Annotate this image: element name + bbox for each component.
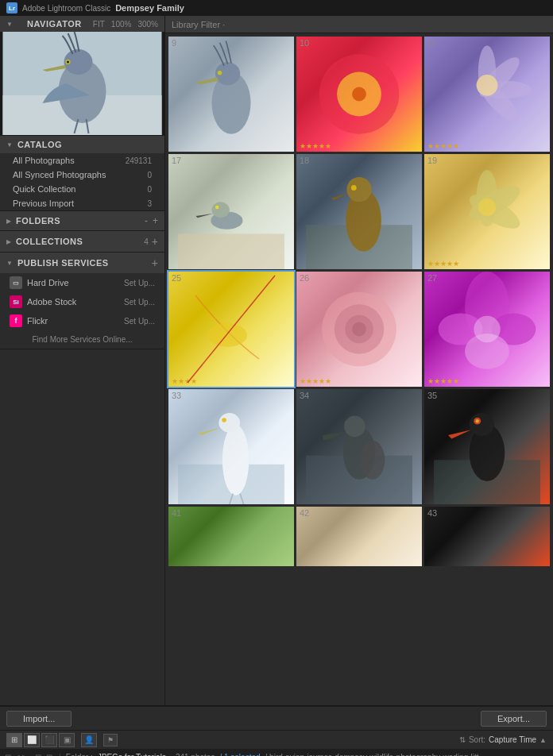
svg-point-36 xyxy=(352,322,366,337)
photo-18[interactable]: 18 xyxy=(296,154,422,269)
find-services-link[interactable]: Find More Services Online... xyxy=(0,330,164,349)
sort-value[interactable]: Capture Time xyxy=(489,735,536,744)
photo-9[interactable]: 9 xyxy=(168,37,294,152)
pelicans-svg xyxy=(296,389,422,504)
filter-label: Library Filter · xyxy=(172,20,225,29)
catalog-item-synced[interactable]: All Synced Photographs 0 xyxy=(0,168,164,182)
svg-point-41 xyxy=(474,316,500,342)
file-path: / bird-avian-jaymes-dempsey-wildlife-pho… xyxy=(265,753,488,757)
svg-point-5 xyxy=(67,61,69,64)
service-hard-drive[interactable]: ▭ Hard Drive Set Up... xyxy=(0,273,164,292)
sort-arrow[interactable]: ▲ xyxy=(539,736,547,744)
svg-point-25 xyxy=(346,177,371,202)
loupe-view-icon[interactable]: ⬜ xyxy=(24,733,40,747)
photo-33[interactable]: 33 xyxy=(168,389,294,504)
prev-import-count: 3 xyxy=(147,199,152,208)
all-photos-label: All Photographs xyxy=(13,156,126,165)
grid-view-icon[interactable]: ⊞ xyxy=(6,733,22,747)
photos-row-3: 25 ★★★★ 26 ★★★★ xyxy=(168,272,550,387)
svg-point-43 xyxy=(222,425,249,496)
svg-rect-19 xyxy=(178,233,284,269)
hard-drive-name: Hard Drive xyxy=(27,278,124,287)
navigator-section: ▼ Navigator FIT 100% 300% xyxy=(0,16,164,136)
synced-count: 0 xyxy=(147,171,152,179)
import-button[interactable]: Import... xyxy=(6,711,72,727)
photo-26[interactable]: 26 ★★★★★ xyxy=(296,272,422,387)
synced-label: All Synced Photographs xyxy=(13,170,147,179)
folders-add-icon[interactable]: + xyxy=(153,215,158,226)
collections-section: ▶ Collections 4 + xyxy=(0,231,164,253)
main-layout: ▼ Navigator FIT 100% 300% xyxy=(0,16,553,705)
rose-svg xyxy=(296,272,422,387)
photo-27[interactable]: 27 ★★★★★ xyxy=(424,272,550,387)
oystercatcher-svg xyxy=(424,389,550,504)
grid-row-3: 25 ★★★★ 26 ★★★★ xyxy=(168,272,550,387)
top-bar: Lr Adobe Lightroom Classic Dempsey Famil… xyxy=(0,0,553,16)
grid-icon-1[interactable]: ⊡ xyxy=(33,753,43,757)
photo-11[interactable]: 11 ★★★★★ xyxy=(424,37,550,152)
adobe-stock-setup[interactable]: Set Up... xyxy=(124,298,155,307)
catalog-label: Catalog xyxy=(17,140,62,149)
grid-toggle[interactable]: ⊞ xyxy=(5,753,11,757)
right-panel: Library Filter · 9 xyxy=(165,16,553,705)
flag-icon[interactable]: ⚑ xyxy=(103,734,118,746)
family-name: Dempsey Family xyxy=(115,3,184,13)
photo-25[interactable]: 25 ★★★★ xyxy=(168,272,294,387)
collections-add-icon[interactable]: + xyxy=(152,235,158,248)
nav-forward[interactable]: ▷ xyxy=(22,753,29,757)
catalog-item-all[interactable]: All Photographs 249131 xyxy=(0,153,164,168)
photo-grid[interactable]: 9 10 xyxy=(165,33,553,705)
nav-back[interactable]: ◁ xyxy=(14,753,20,757)
catalog-header[interactable]: ▼ Catalog xyxy=(0,136,164,153)
catalog-item-previous[interactable]: Previous Import 3 xyxy=(0,196,164,210)
survey-view-icon[interactable]: ▣ xyxy=(59,733,75,747)
photo-19[interactable]: 19 ★★★★★ xyxy=(424,154,550,269)
service-flickr[interactable]: f Flickr Set Up... xyxy=(0,311,164,330)
photo-41[interactable]: 41 xyxy=(168,507,294,566)
grid-row-1: 9 10 xyxy=(168,37,550,152)
sort-bar: ⊞ ⬜ ⬛ ▣ 👤 ⚑ ⇅ Sort: Capture Time ▲ xyxy=(0,730,553,749)
sort-icon[interactable]: ⇅ xyxy=(459,735,466,744)
photo-34[interactable]: 34 xyxy=(296,389,422,504)
svg-point-51 xyxy=(360,441,385,480)
photo-35[interactable]: 35 xyxy=(424,389,550,504)
bottom-section: Import... Export... ⊞ ⬜ ⬛ ▣ 👤 ⚑ ⇅ Sort: … xyxy=(0,705,553,756)
photo-10[interactable]: 10 ★★★★★ xyxy=(296,37,422,152)
adobe-stock-icon: Si xyxy=(10,295,22,308)
app-icon: Lr xyxy=(6,2,17,14)
publish-triangle: ▼ xyxy=(6,260,13,267)
folder-label: Folder : xyxy=(66,753,93,757)
collections-header[interactable]: ▶ Collections 4 + xyxy=(0,231,164,252)
navigator-header[interactable]: ▼ Navigator FIT 100% 300% xyxy=(0,16,164,32)
fit-zoom[interactable]: FIT xyxy=(93,20,105,29)
photo-43[interactable]: 43 xyxy=(424,507,550,566)
folder-path[interactable]: JPEGs for Tutorials xyxy=(98,753,166,757)
quick-collection-count: 0 xyxy=(147,185,152,194)
export-button[interactable]: Export... xyxy=(481,711,547,727)
catalog-item-quick[interactable]: Quick Collection 0 xyxy=(0,182,164,196)
photo-42[interactable]: 42 xyxy=(296,507,422,566)
folders-header[interactable]: ▶ Folders - + xyxy=(0,211,164,230)
navigator-image xyxy=(0,32,164,135)
flag-icons: ⚑ xyxy=(103,734,118,746)
collections-triangle: ▶ xyxy=(6,238,11,245)
grid-icon-2[interactable]: ⊞ xyxy=(44,753,54,757)
publish-add-icon[interactable]: + xyxy=(152,256,158,269)
flickr-setup[interactable]: Set Up... xyxy=(124,317,155,326)
zoom-300[interactable]: 300% xyxy=(137,20,158,29)
publish-header[interactable]: ▼ Publish Services + xyxy=(0,253,164,273)
compare-view-icon[interactable]: ⬛ xyxy=(41,733,57,747)
svg-point-56 xyxy=(476,419,479,422)
service-adobe-stock[interactable]: Si Adobe Stock Set Up... xyxy=(0,292,164,311)
photo-17[interactable]: 17 xyxy=(168,154,294,269)
navigator-controls: FIT 100% 300% xyxy=(93,20,158,29)
hard-drive-setup[interactable]: Set Up... xyxy=(124,279,155,287)
people-view-icon[interactable]: 👤 xyxy=(81,733,97,747)
egret-svg xyxy=(168,389,294,504)
folders-minus-icon[interactable]: - xyxy=(145,215,148,226)
publish-label: Publish Services xyxy=(17,258,152,268)
flower-purple-svg xyxy=(424,37,550,152)
zoom-100[interactable]: 100% xyxy=(111,20,132,29)
photo-25-stars: ★★★★ xyxy=(172,377,197,385)
svg-point-21 xyxy=(211,202,229,218)
